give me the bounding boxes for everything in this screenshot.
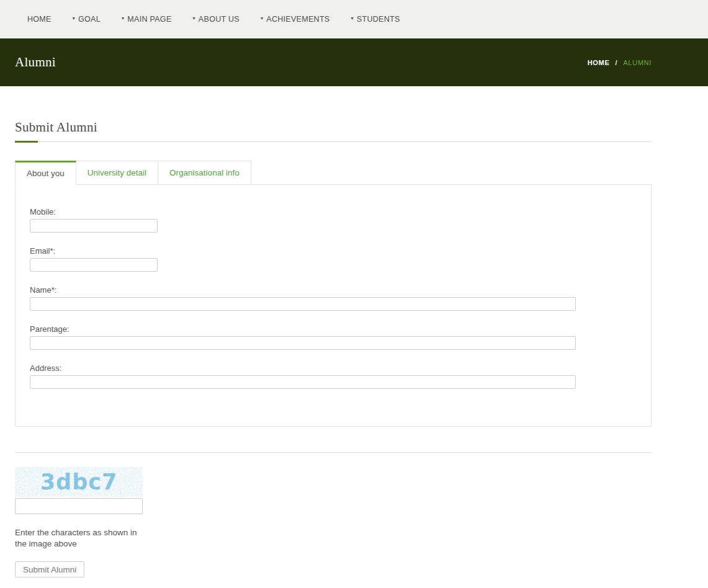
page-banner-title: Alumni — [15, 55, 56, 70]
parentage-label: Parentage: — [30, 324, 637, 334]
breadcrumb-home-link[interactable]: HOME — [588, 59, 610, 66]
heading-rule — [15, 141, 652, 143]
parentage-input[interactable] — [30, 336, 576, 350]
nav-item-goal[interactable]: ▾ GOAL — [73, 15, 101, 24]
tab-university-detail[interactable]: University detail — [76, 161, 158, 185]
field-mobile: Mobile: — [30, 207, 637, 233]
breadcrumb-current: ALUMNI — [623, 59, 652, 66]
email-label: Email*: — [30, 246, 637, 256]
address-label: Address: — [30, 363, 637, 373]
captcha-image: 3dbc7 — [15, 467, 143, 497]
nav-item-label: STUDENTS — [357, 15, 400, 24]
captcha-instruction: Enter the characters as shown in the ima… — [15, 527, 150, 550]
page-banner: Alumni HOME / ALUMNI — [0, 38, 708, 86]
nav-item-label: ABOUT US — [199, 15, 240, 24]
email-input[interactable] — [30, 258, 158, 272]
chevron-down-icon: ▾ — [122, 16, 124, 21]
chevron-down-icon: ▾ — [351, 16, 354, 21]
address-input[interactable] — [30, 375, 576, 389]
form-tabs: About you University detail Organisation… — [15, 161, 652, 185]
mobile-input[interactable] — [30, 219, 158, 233]
field-address: Address: — [30, 363, 637, 389]
mobile-label: Mobile: — [30, 207, 637, 216]
nav-item-label: GOAL — [78, 15, 101, 24]
nav-item-main-page[interactable]: ▾ MAIN PAGE — [122, 15, 172, 24]
tab-organisational-info[interactable]: Organisational info — [158, 161, 251, 185]
nav-item-label: ACHIEVEMENTS — [266, 15, 329, 24]
heading-rule-accent — [15, 141, 38, 143]
nav-item-students[interactable]: ▾ STUDENTS — [351, 15, 400, 24]
top-navigation: HOME ▾ GOAL ▾ MAIN PAGE ▾ ABOUT US ▾ ACH… — [0, 0, 708, 38]
chevron-down-icon: ▾ — [193, 16, 195, 21]
nav-item-label: MAIN PAGE — [127, 15, 171, 24]
field-parentage: Parentage: — [30, 324, 637, 350]
captcha-input[interactable] — [15, 498, 143, 514]
field-name: Name*: — [30, 285, 637, 311]
captcha-noise-dark — [15, 467, 143, 497]
nav-item-home[interactable]: HOME — [27, 15, 52, 24]
tab-panel-about-you: Mobile: Email*: Name*: Parentage: Addres… — [15, 184, 652, 427]
tab-label: University detail — [87, 168, 146, 177]
chevron-down-icon: ▾ — [261, 16, 263, 21]
nav-item-achievements[interactable]: ▾ ACHIEVEMENTS — [261, 15, 330, 24]
name-label: Name*: — [30, 285, 637, 295]
name-input[interactable] — [30, 297, 576, 311]
section-divider — [15, 452, 652, 453]
submit-alumni-button[interactable]: Submit Alumni — [15, 561, 84, 577]
breadcrumb-separator: / — [615, 59, 617, 66]
tab-label: Organisational info — [169, 168, 240, 177]
nav-item-about-us[interactable]: ▾ ABOUT US — [193, 15, 240, 24]
field-email: Email*: — [30, 246, 637, 272]
page-title: Submit Alumni — [15, 120, 652, 135]
tab-about-you[interactable]: About you — [15, 161, 76, 185]
heading-rule-line — [15, 141, 652, 142]
tab-label: About you — [27, 169, 65, 178]
main-content: Submit Alumni About you University detai… — [15, 120, 652, 577]
nav-item-label: HOME — [27, 15, 52, 24]
chevron-down-icon: ▾ — [73, 16, 75, 21]
breadcrumb: HOME / ALUMNI — [588, 59, 652, 66]
